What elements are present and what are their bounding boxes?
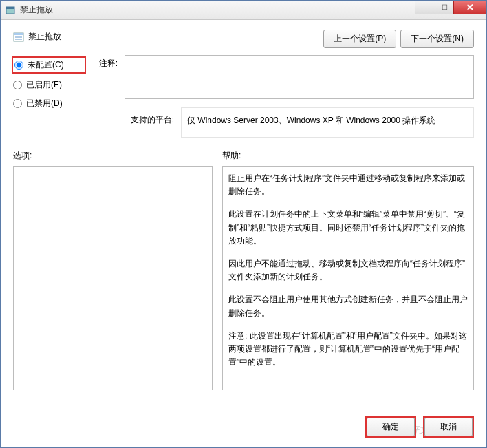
panels-row: 选项: 帮助: 阻止用户在“任务计划程序”文件夹中通过移动或复制程序来添加或删除… [13, 150, 474, 390]
radio-group: 未配置(C) 已启用(E) 已禁用(D) [13, 55, 82, 109]
help-label: 帮助: [222, 150, 474, 162]
platform-row: 支持的平台: 仅 Windows Server 2003、Windows XP … [94, 107, 474, 138]
policy-icon [13, 32, 24, 43]
svg-rect-1 [6, 7, 14, 9]
radio-enabled[interactable]: 已启用(E) [13, 79, 82, 91]
dialog-window: 禁止拖放 — ☐ ✕ 禁止拖放 上一个设置(P) 下一个设置(N) [0, 0, 487, 448]
radio-not-configured-label: 未配置(C) [28, 59, 64, 71]
radio-disabled[interactable]: 已禁用(D) [13, 98, 82, 109]
help-scroll[interactable]: 阻止用户在“任务计划程序”文件夹中通过移动或复制程序来添加或删除任务。 此设置在… [223, 167, 473, 390]
radio-not-configured[interactable]: 未配置(C) [12, 56, 86, 74]
nav-buttons: 上一个设置(P) 下一个设置(N) [323, 27, 474, 48]
header-left: 禁止拖放 [13, 27, 61, 43]
help-box: 阻止用户在“任务计划程序”文件夹中通过移动或复制程序来添加或删除任务。 此设置在… [222, 166, 474, 390]
options-box [13, 166, 213, 390]
help-paragraph: 此设置在计划任务中的上下文菜单和“编辑”菜单中禁用“剪切”、“复制”和“粘贴”快… [228, 208, 468, 248]
maximize-button[interactable]: ☐ [435, 1, 454, 14]
prev-setting-button[interactable]: 上一个设置(P) [323, 30, 396, 48]
note-row: 注释: [94, 55, 474, 99]
titlebar[interactable]: 禁止拖放 — ☐ ✕ [1, 1, 486, 20]
cancel-highlight: 取消 [423, 416, 474, 438]
cancel-button[interactable]: 取消 [424, 418, 473, 436]
close-button[interactable]: ✕ [453, 1, 486, 14]
app-icon [5, 5, 16, 16]
radio-disabled-label: 已禁用(D) [26, 98, 63, 109]
platform-value: 仅 Windows Server 2003、Windows XP 和 Windo… [181, 107, 474, 138]
note-textarea[interactable] [125, 55, 474, 99]
radio-enabled-input[interactable] [13, 81, 22, 89]
help-paragraph: 阻止用户在“任务计划程序”文件夹中通过移动或复制程序来添加或删除任务。 [228, 172, 468, 198]
radio-enabled-label: 已启用(E) [26, 79, 62, 91]
minimize-button[interactable]: — [415, 1, 435, 14]
header-row: 禁止拖放 上一个设置(P) 下一个设置(N) [13, 27, 474, 48]
window-title: 禁止拖放 [20, 4, 53, 16]
window-controls: — ☐ ✕ [415, 1, 486, 14]
content-area: 禁止拖放 上一个设置(P) 下一个设置(N) 未配置(C) 已启用(E) [1, 20, 486, 390]
options-panel: 选项: [13, 150, 213, 390]
options-label: 选项: [13, 150, 213, 162]
help-paragraph: 注意: 此设置出现在“计算机配置”和“用户配置”文件夹中。如果对这两项设置都进行… [228, 330, 468, 370]
help-paragraph: 此设置不会阻止用户使用其他方式创建新任务，并且不会阻止用户删除任务。 [228, 293, 468, 319]
next-setting-button[interactable]: 下一个设置(N) [400, 30, 474, 48]
help-panel: 帮助: 阻止用户在“任务计划程序”文件夹中通过移动或复制程序来添加或删除任务。 … [222, 150, 474, 390]
radio-not-configured-input[interactable] [14, 61, 23, 70]
note-label: 注释: [94, 55, 118, 70]
ok-highlight: 确定 [365, 416, 416, 438]
svg-rect-3 [14, 33, 23, 35]
footer-buttons: 确定 取消 [365, 416, 474, 438]
radio-disabled-input[interactable] [13, 99, 22, 108]
help-paragraph: 因此用户不能通过拖动、移动或复制文档或程序向“任务计划程序”文件夹添加新的计划任… [228, 257, 468, 284]
page-title: 禁止拖放 [28, 31, 61, 43]
platform-label: 支持的平台: [94, 107, 174, 126]
config-row: 未配置(C) 已启用(E) 已禁用(D) 注释: 支持的平台: [13, 55, 474, 138]
ok-button[interactable]: 确定 [367, 418, 415, 436]
